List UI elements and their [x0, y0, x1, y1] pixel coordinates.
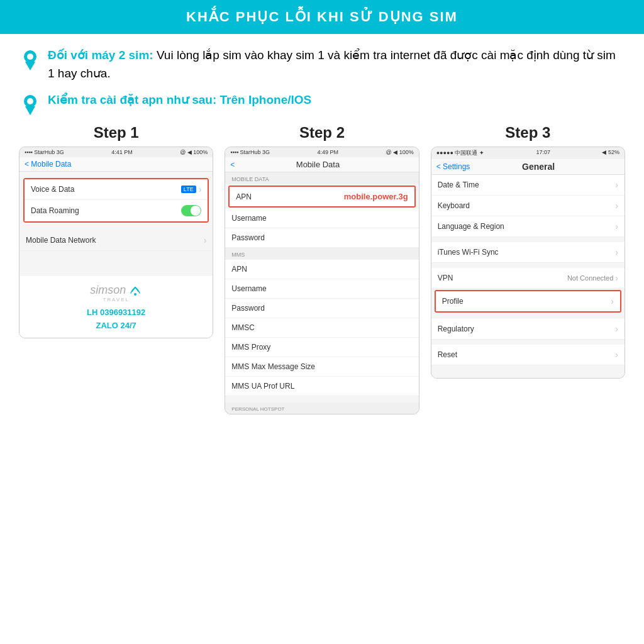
step2-mms-username-label: Username — [231, 284, 266, 293]
step3-regulatory-row: Regulatory › — [431, 319, 625, 340]
step-1-title: Step 1 — [94, 124, 139, 142]
page-header: KHẮC PHỤC LỖI KHI SỬ DỤNG SIM — [0, 0, 644, 34]
steps-section: Step 1 ▪▪▪▪ StarHub 3G 4:41 PM @ ◀ 100% … — [19, 124, 625, 414]
contact-zalo: ZALO 24/7 — [19, 319, 213, 333]
step3-status-center: 17:07 — [536, 149, 550, 157]
step2-mms-apn-row: APN — [225, 260, 418, 279]
instruction-1-bold: Đối với máy 2 sim: — [48, 48, 153, 62]
step3-chevron-language: › — [615, 221, 618, 231]
step3-profile-highlighted: Profile › — [435, 290, 621, 313]
step3-not-connected: Not Connected — [567, 274, 613, 282]
step-1-nav: < Mobile Data — [19, 157, 213, 172]
step3-vpn-label: VPN — [438, 274, 453, 282]
simson-travel: TRAVEL — [25, 297, 208, 303]
step2-apn-value: mobile.power.3g — [344, 192, 408, 201]
step1-roaming-label: Data Roaming — [31, 206, 79, 215]
step2-back: < — [230, 160, 235, 169]
step1-chevron2: › — [204, 235, 207, 245]
step2-nav-title: Mobile Data — [296, 160, 340, 169]
step1-chevron1: › — [199, 184, 202, 194]
step2-mms-proxy-row: MMS Proxy — [225, 338, 418, 357]
step-1-phone: ▪▪▪▪ StarHub 3G 4:41 PM @ ◀ 100% < Mobil… — [19, 147, 213, 338]
step3-chevron-itunes: › — [615, 247, 618, 257]
step3-chevron-regulatory: › — [615, 324, 618, 334]
step3-language-row: Language & Region › — [431, 216, 625, 237]
step2-status-center: 4:49 PM — [318, 149, 339, 155]
step3-profile-row: Profile › — [436, 291, 620, 311]
step1-lte-value: LTE › — [181, 184, 202, 194]
step3-datetime-label: Date & Time — [438, 180, 479, 189]
instruction-2-text: Kiểm tra cài đặt apn như sau: Trên Iphon… — [48, 91, 625, 109]
step2-username-label: Username — [231, 214, 266, 223]
step-2-nav: < Mobile Data — [225, 157, 418, 172]
step-3-phone: ●●●●● 中国联通 ✦ 17:07 ◀ 52% < Settings Gene… — [431, 147, 625, 379]
wifi-signal-icon — [128, 285, 142, 296]
step3-reset-label: Reset — [438, 350, 457, 359]
step3-keyboard-label: Keyboard — [438, 201, 470, 210]
step2-mms-ua-label: MMS UA Prof URL — [231, 382, 294, 391]
step3-nav-title: General — [522, 162, 555, 172]
step1-status-center: 4:41 PM — [111, 149, 133, 155]
step3-chevron-datetime: › — [615, 180, 618, 190]
svg-marker-2 — [25, 62, 35, 70]
step-2-phone: ▪▪▪▪ StarHub 3G 4:49 PM @ ◀ 100% < Mobil… — [225, 147, 419, 414]
step2-mms-password-label: Password — [231, 304, 265, 313]
step-3-nav: < Settings General — [431, 159, 625, 175]
step2-mms-max-label: MMS Max Message Size — [231, 362, 315, 371]
step1-highlighted-section: Voice & Data LTE › Data Roaming — [23, 178, 209, 223]
pin-icon-1 — [19, 48, 42, 70]
step3-regulatory-label: Regulatory — [438, 325, 474, 333]
step2-personal-hotspot-section: PERSONAL HOTSPOT — [225, 402, 418, 414]
step-2-title: Step 2 — [299, 124, 345, 142]
svg-point-6 — [134, 293, 136, 296]
step3-vpn-row: VPN Not Connected › — [431, 268, 625, 289]
step2-mms-apn-label: APN — [231, 265, 247, 274]
step3-keyboard-row: Keyboard › — [431, 196, 625, 216]
step1-voice-label: Voice & Data — [31, 185, 74, 194]
step2-mms-username-row: Username — [225, 279, 418, 299]
step3-datetime-row: Date & Time › — [431, 175, 625, 196]
step2-password-row: Password — [225, 228, 418, 248]
content-area: Đối với máy 2 sim: Vui lòng lắp sim vào … — [0, 34, 644, 421]
step2-username-row: Username — [225, 209, 418, 228]
step3-itunes-row: iTunes Wi-Fi Sync › — [431, 242, 625, 263]
step2-section-mms: MMS — [225, 248, 418, 260]
simson-logo-row: simson — [25, 284, 208, 297]
step3-reset-row: Reset › — [431, 345, 625, 365]
step2-status-left: ▪▪▪▪ StarHub 3G — [230, 149, 270, 155]
step3-chevron-reset: › — [615, 350, 618, 360]
step1-logo-area: simson TRAVEL — [19, 276, 213, 306]
step-3-statusbar: ●●●●● 中国联通 ✦ 17:07 ◀ 52% — [431, 147, 625, 159]
step2-apn-highlighted: APN mobile.power.3g — [228, 186, 415, 208]
step2-mms-max-row: MMS Max Message Size — [225, 357, 418, 377]
step3-chevron-vpn: › — [615, 273, 618, 283]
step1-row-network: Mobile Data Network › — [19, 230, 213, 251]
step3-vpn-value: Not Connected › — [567, 273, 618, 283]
instruction-1: Đối với máy 2 sim: Vui lòng lắp sim vào … — [19, 47, 625, 82]
step2-status-right: @ ◀ 100% — [386, 149, 414, 155]
contact-phone: LH 0396931192 — [19, 306, 213, 319]
step2-mms-password-row: Password — [225, 299, 418, 318]
step1-row-voice-data: Voice & Data LTE › — [25, 179, 208, 200]
instruction-2-bold: Kiểm tra cài đặt apn như sau: Trên Iphon… — [48, 93, 311, 106]
svg-marker-5 — [25, 106, 35, 115]
step-2-statusbar: ▪▪▪▪ StarHub 3G 4:49 PM @ ◀ 100% — [225, 147, 418, 157]
step1-toggle — [181, 205, 201, 216]
step-3-title: Step 3 — [505, 124, 550, 142]
step1-network-label: Mobile Data Network — [26, 236, 96, 245]
svg-point-1 — [27, 53, 33, 60]
step1-row-roaming: Data Roaming — [25, 200, 208, 221]
step2-mmsc-label: MMSC — [231, 323, 255, 332]
step2-mms-proxy-label: MMS Proxy — [231, 343, 270, 352]
step3-status-left: ●●●●● 中国联通 ✦ — [436, 149, 484, 157]
step3-back: < Settings — [436, 162, 470, 171]
instruction-2: Kiểm tra cài đặt apn như sau: Trên Iphon… — [19, 91, 625, 115]
step3-chevron-profile: › — [611, 296, 614, 306]
step3-status-right: ◀ 52% — [602, 149, 619, 157]
step3-chevron-keyboard: › — [615, 201, 618, 211]
step-2-container: Step 2 ▪▪▪▪ StarHub 3G 4:49 PM @ ◀ 100% … — [225, 124, 419, 414]
step2-section-mobile: MOBILE DATA — [225, 172, 418, 184]
step2-apn-row: APN mobile.power.3g — [230, 187, 414, 206]
step-1-statusbar: ▪▪▪▪ StarHub 3G 4:41 PM @ ◀ 100% — [19, 147, 213, 157]
pin-icon-2 — [19, 92, 42, 115]
